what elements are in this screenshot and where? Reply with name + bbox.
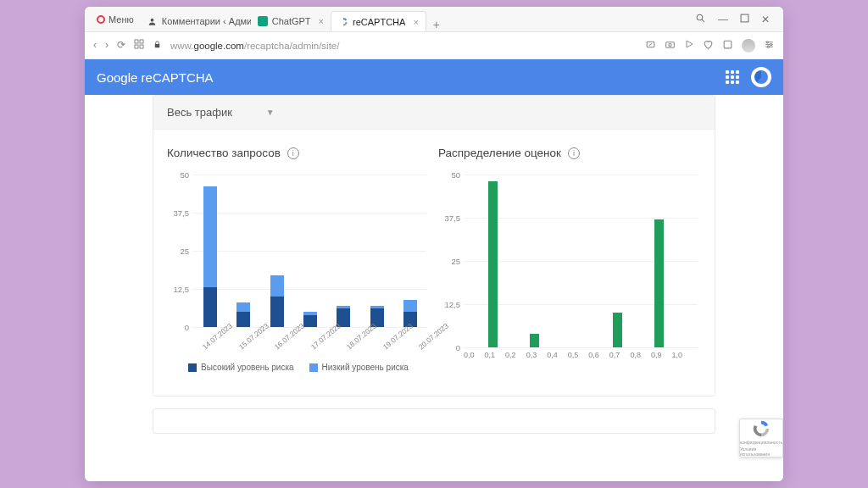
svg-marker-12 (687, 41, 693, 47)
svg-point-18 (771, 43, 772, 45)
lock-icon[interactable] (153, 40, 162, 52)
bar-group[interactable] (229, 302, 257, 327)
tab-1[interactable]: Комментарии ‹ Админки… × (141, 11, 251, 31)
close-window-icon[interactable]: ✕ (761, 14, 770, 25)
chart-legend: Высокий уровень риска Низкий уровень рис… (167, 363, 430, 372)
bar[interactable] (488, 181, 498, 347)
url-field[interactable]: www.google.com/recaptcha/admin/site/ (170, 41, 637, 51)
svg-rect-3 (741, 14, 748, 22)
bar-group[interactable] (196, 186, 224, 327)
easy-setup-icon[interactable] (764, 39, 775, 53)
chart-scores: Распределение оценок i 012,52537,550 0,0… (438, 147, 701, 372)
vpn-icon[interactable] (645, 39, 656, 53)
svg-rect-10 (666, 42, 675, 47)
svg-line-2 (702, 19, 704, 22)
bar-group[interactable] (363, 306, 391, 327)
speed-dial-icon[interactable] (134, 39, 144, 52)
svg-rect-4 (135, 40, 138, 43)
minimize-icon[interactable]: — (718, 14, 728, 25)
address-bar: ‹ › ⟳ www.google.com/recaptcha/admin/sit… (85, 32, 783, 59)
chatgpt-icon (258, 16, 268, 26)
chart-title-text: Количество запросов (167, 147, 281, 159)
svg-rect-5 (140, 40, 143, 43)
bar[interactable] (530, 334, 539, 347)
app-header: Google reCAPTCHA (85, 59, 783, 95)
svg-point-17 (766, 41, 768, 42)
opera-menu-button[interactable]: Меню (90, 7, 141, 31)
svg-point-19 (767, 46, 769, 47)
svg-rect-7 (140, 45, 143, 48)
recaptcha-icon (338, 17, 348, 27)
brand-title: Google reCAPTCHA (97, 70, 214, 85)
search-icon[interactable] (695, 13, 706, 26)
traffic-filter[interactable]: Весь трафик ▼ (153, 96, 715, 130)
opera-icon (97, 15, 105, 24)
svg-point-0 (151, 18, 154, 21)
bar-group[interactable] (263, 275, 291, 327)
analytics-card: Весь трафик ▼ Количество запросов i 012,… (153, 95, 715, 396)
snapshot-icon[interactable] (665, 39, 676, 53)
close-icon[interactable]: × (319, 16, 324, 26)
recaptcha-badge[interactable]: конфиденциальность Условия использования (739, 419, 783, 458)
heart-icon[interactable] (703, 39, 714, 53)
account-avatar[interactable] (751, 67, 771, 87)
tab-2[interactable]: ChatGPT × (251, 11, 331, 31)
filter-selected: Весь трафик (167, 106, 232, 119)
apps-icon[interactable] (726, 70, 739, 84)
svg-point-1 (697, 14, 703, 20)
back-icon[interactable]: ‹ (93, 39, 97, 52)
maximize-icon[interactable] (740, 14, 749, 25)
extension-icon[interactable] (722, 39, 733, 53)
svg-rect-8 (155, 44, 160, 47)
close-icon[interactable]: × (413, 17, 418, 27)
window-controls: — ✕ (687, 7, 778, 31)
forward-icon[interactable]: › (105, 39, 108, 52)
reload-icon[interactable]: ⟳ (117, 39, 125, 52)
chevron-down-icon: ▼ (266, 108, 275, 117)
next-card-stub (153, 408, 715, 434)
svg-point-11 (669, 43, 671, 46)
info-icon[interactable]: i (287, 147, 299, 159)
tab-3[interactable]: reCAPTCHA × (331, 11, 426, 31)
tab-strip: Меню Комментарии ‹ Админки… × ChatGPT × … (85, 7, 783, 32)
info-icon[interactable]: i (568, 147, 580, 159)
person-icon (147, 16, 158, 26)
svg-rect-6 (135, 45, 138, 48)
bar[interactable] (654, 219, 664, 347)
svg-rect-13 (724, 41, 732, 48)
new-tab-button[interactable]: + (426, 18, 447, 31)
tab-title: reCAPTCHA (353, 17, 405, 27)
tab-title: Комментарии ‹ Админки… (162, 16, 251, 26)
page-content: Google reCAPTCHA Весь трафик ▼ (85, 59, 783, 481)
chart-title-text: Распределение оценок (438, 147, 561, 159)
profile-avatar[interactable] (742, 39, 755, 53)
browser-window: Меню Комментарии ‹ Админки… × ChatGPT × … (85, 7, 783, 481)
play-icon[interactable] (684, 39, 694, 52)
tab-title: ChatGPT (272, 16, 311, 26)
bar[interactable] (613, 313, 622, 347)
menu-label: Меню (108, 14, 134, 25)
chart-requests: Количество запросов i 012,52537,550 14.0… (167, 147, 430, 372)
